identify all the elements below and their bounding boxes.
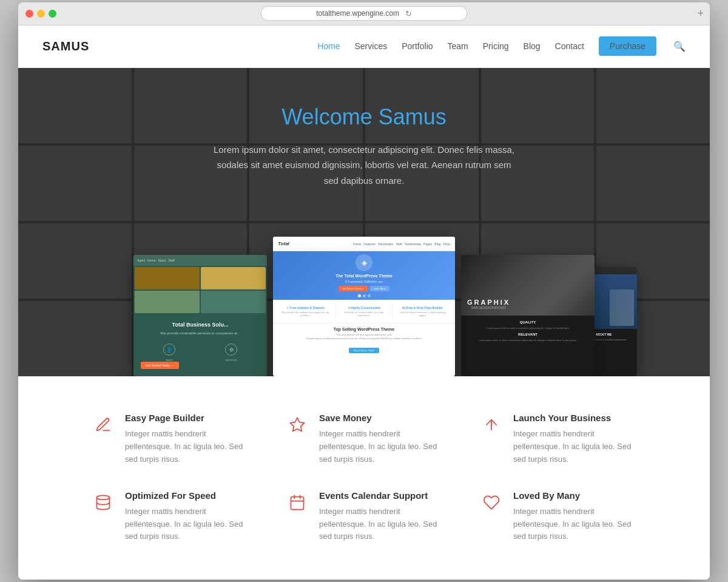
feature-title-save-money: Save Money — [319, 413, 443, 423]
feature-events-calendar: Events Calendar Support Integer mattis h… — [285, 490, 443, 543]
mockup-left-subtitle: We provide invaluable services to compan… — [141, 331, 260, 335]
feature-loved-by-many: Loved By Many Integer mattis hendrerit p… — [479, 490, 637, 543]
feature-save-money: Save Money Integer mattis hendrerit pell… — [285, 413, 443, 465]
feature-desc-save-money: Integer mattis hendrerit pellentesque. I… — [319, 428, 443, 465]
brand-logo[interactable]: SAMUS — [42, 39, 89, 53]
nav-item-home[interactable]: Home — [317, 41, 340, 52]
feature-desc-easy-page-builder: Integer mattis hendrerit pellentesque. I… — [125, 428, 249, 465]
feature-content-easy-page-builder: Easy Page Builder Integer mattis hendrer… — [125, 413, 249, 465]
minimize-button[interactable] — [37, 10, 45, 18]
close-button[interactable] — [25, 10, 33, 18]
feature-optimized-speed: Optimized For Speed Integer mattis hendr… — [91, 490, 249, 543]
mockup-left-btn: Get Started Today → — [141, 362, 179, 369]
nav-menu: Home Services Portfolio Team Pricing Blo… — [317, 41, 686, 52]
mockup-hero-text: The Total WordPress Theme — [335, 274, 393, 278]
hero-content: Welcome Samus Lorem ipsum dolor sit amet… — [212, 104, 516, 207]
navbar: SAMUS Home Services Portfolio Team Prici… — [18, 25, 710, 68]
nav-item-blog[interactable]: Blog — [524, 41, 541, 52]
address-bar[interactable]: totaltheme.wpengine.com ↻ — [261, 6, 467, 21]
feature-desc-launch-business: Integer mattis hendrerit pellentesque. I… — [513, 428, 637, 465]
reload-icon[interactable]: ↻ — [405, 9, 412, 18]
search-icon[interactable]: 🔍 — [673, 41, 686, 52]
feature-launch-business: Launch Your Business Integer mattis hend… — [479, 413, 637, 465]
features-grid: Easy Page Builder Integer mattis hendrer… — [91, 413, 637, 543]
nav-item-portfolio[interactable]: Portfolio — [402, 41, 433, 52]
feature-desc-events-calendar: Integer mattis hendrerit pellentesque. I… — [319, 506, 443, 543]
nav-item-services[interactable]: Services — [354, 41, 387, 52]
mockup-left-title: Total Business Solu... — [141, 322, 260, 328]
nav-item-contact[interactable]: Contact — [555, 41, 584, 52]
svg-point-2 — [97, 495, 110, 499]
feature-title-launch-business: Launch Your Business — [513, 413, 637, 423]
nav-item-pricing[interactable]: Pricing — [483, 41, 509, 52]
mockup-right: GRAPHIX WEB DESIGN PODCAST QUALITY Lorem… — [461, 255, 595, 376]
feature-title-events-calendar: Events Calendar Support — [319, 490, 443, 501]
feature-content-loved-by-many: Loved By Many Integer mattis hendrerit p… — [513, 490, 637, 543]
purchase-button[interactable]: Purchase — [599, 36, 656, 56]
features-section: Easy Page Builder Integer mattis hendrer… — [18, 376, 710, 580]
nav-item-purchase[interactable]: Purchase — [599, 41, 656, 52]
feature-icon-database — [91, 490, 115, 515]
mockup-logo: Total — [278, 241, 289, 246]
feature-desc-loved-by-many: Integer mattis hendrerit pellentesque. I… — [513, 506, 637, 543]
hero-mockups: Agent HomeAboutStaff Total Business Solu… — [103, 206, 625, 376]
nav-link-home[interactable]: Home — [317, 41, 340, 51]
browser-titlebar: totaltheme.wpengine.com ↻ + — [18, 2, 710, 25]
feature-content-optimized-speed: Optimized For Speed Integer mattis hendr… — [125, 490, 249, 543]
nav-link-blog[interactable]: Blog — [524, 41, 541, 51]
nav-link-team[interactable]: Team — [448, 41, 468, 51]
nav-link-services[interactable]: Services — [354, 41, 387, 51]
browser-window: totaltheme.wpengine.com ↻ + SAMUS Home S… — [18, 2, 710, 580]
svg-marker-0 — [290, 418, 304, 431]
feature-icon-heart — [479, 490, 504, 515]
hero-section: Welcome Samus Lorem ipsum dolor sit amet… — [18, 68, 710, 377]
nav-link-portfolio[interactable]: Portfolio — [402, 41, 433, 51]
feature-content-events-calendar: Events Calendar Support Integer mattis h… — [319, 490, 443, 543]
mockup-left-bar: Agent HomeAboutStaff — [133, 255, 267, 266]
feature-icon-rocket — [479, 413, 504, 437]
feature-desc-optimized-speed: Integer mattis hendrerit pellentesque. I… — [125, 506, 249, 543]
feature-title-loved-by-many: Loved By Many — [513, 490, 637, 501]
website-content: SAMUS Home Services Portfolio Team Prici… — [18, 25, 710, 580]
nav-link-contact[interactable]: Contact — [555, 41, 584, 51]
svg-rect-3 — [291, 496, 304, 509]
mockup-main: Total HomeFeaturesShortcodesStaffTestimo… — [273, 237, 455, 376]
feature-content-launch-business: Launch Your Business Integer mattis hend… — [513, 413, 637, 465]
maximize-button[interactable] — [49, 10, 56, 18]
mockup-hero-subtext: A Framework SuBuiltfor you — [345, 280, 383, 283]
hero-description: Lorem ipsum dolor sit amet, consectetur … — [212, 142, 516, 189]
feature-title-optimized-speed: Optimized For Speed — [125, 490, 249, 501]
nav-item-team[interactable]: Team — [448, 41, 468, 52]
feature-easy-page-builder: Easy Page Builder Integer mattis hendrer… — [91, 413, 249, 465]
mockup-left-text: Total Business Solu... We provide invalu… — [133, 314, 267, 376]
mockup-left: Agent HomeAboutStaff Total Business Solu… — [133, 255, 267, 376]
feature-icon-calendar — [285, 490, 309, 515]
feature-icon-pencil — [91, 413, 115, 437]
hero-title: Welcome Samus — [212, 104, 516, 130]
feature-icon-diamond — [285, 413, 309, 437]
url-text: totaltheme.wpengine.com — [316, 9, 399, 18]
new-tab-button[interactable]: + — [697, 7, 704, 20]
feature-title-easy-page-builder: Easy Page Builder — [125, 413, 249, 423]
traffic-lights — [25, 10, 56, 18]
nav-item-search[interactable]: 🔍 — [671, 41, 686, 52]
feature-content-save-money: Save Money Integer mattis hendrerit pell… — [319, 413, 443, 465]
nav-link-pricing[interactable]: Pricing — [483, 41, 509, 51]
